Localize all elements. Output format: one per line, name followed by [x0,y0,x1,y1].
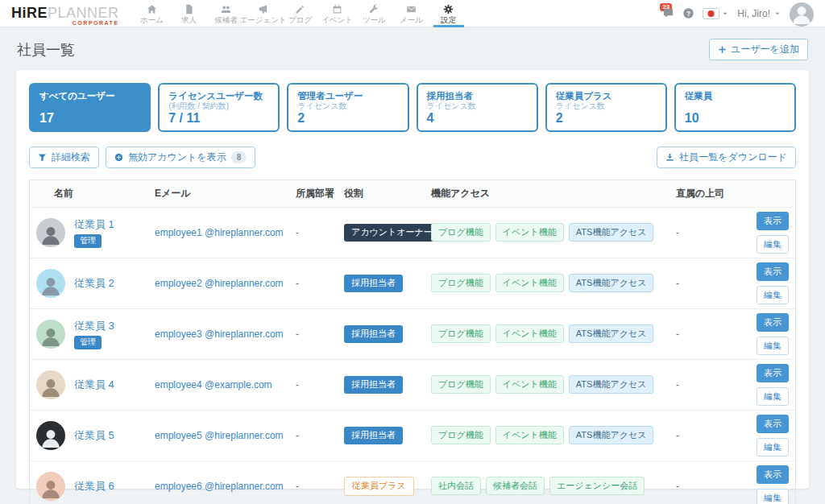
employee-name-link[interactable]: 従業員 4 [74,378,114,390]
view-button[interactable]: 表示 [757,262,789,281]
role-cell: 採用担当者 [336,427,423,444]
download-employee-list-button[interactable]: 社員一覧をダウンロード [657,147,796,168]
add-user-button[interactable]: ユーザーを追加 [709,39,808,60]
help-icon[interactable]: ? [682,7,694,19]
show-disabled-accounts-button[interactable]: 無効アカウントを表示 8 [106,147,255,168]
employee-email-link[interactable]: employee4 @example.com [155,379,272,390]
plus-circle-icon [114,153,123,162]
top-navbar: HiREPLANNER CORPORATE ホーム求人候補者エージェントブログイ… [0,0,825,27]
feature-badge: ATS機能アクセス [569,426,654,444]
role-cell: 採用担当者 [336,376,423,394]
edit-button[interactable]: 編集 [757,387,789,406]
admin-badge: 管理 [74,234,102,248]
wrench-icon [369,4,379,14]
employee-name-link[interactable]: 従業員 2 [74,277,114,289]
feature-badge: ATS機能アクセス [569,274,654,292]
department-cell: - [288,328,336,340]
person-icon [39,375,63,399]
view-button[interactable]: 表示 [757,212,789,230]
employee-email-link[interactable]: employee1 @hireplanner.com [155,227,284,238]
nav-item-events[interactable]: イベント [319,0,356,27]
nav-item-label: ホーム [140,15,164,26]
employee-table: 名前Eメール所属部署役割機能アクセス直属の上司 従業員 1管理employee1… [29,180,796,504]
chevron-down-icon [773,10,781,18]
view-button[interactable]: 表示 [757,313,789,332]
row-actions: 表示編集 [748,313,795,355]
table-row: 従業員 3管理employee3 @hireplanner.com-採用担当者ブ… [30,308,795,359]
employee-name-block: 従業員 1管理 [74,217,114,248]
view-button[interactable]: 表示 [757,415,789,433]
user-avatar[interactable] [790,2,814,27]
funnel-icon [38,153,47,162]
employee-email-link[interactable]: employee5 @hireplanner.com [155,430,284,441]
row-actions: 表示編集 [748,415,795,456]
feature-badge: イベント機能 [495,375,564,394]
stat-card-recruiters[interactable]: 採用担当者ライセンス数4 [417,83,538,132]
nav-item-tools[interactable]: ツール [356,0,393,27]
table-row: 従業員 5employee5 @hireplanner.com-採用担当者ブログ… [30,410,795,461]
stat-card-all-users[interactable]: すべてのユーザー17 [29,83,151,132]
employee-name-link[interactable]: 従業員 1 [74,218,114,230]
employee-name-cell: 従業員 2 [30,269,147,298]
row-actions: 表示編集 [748,212,795,254]
stat-card-license-users[interactable]: ライセンスユーザー数(利用数 / 契約数)7 / 11 [158,83,280,132]
employee-avatar [36,370,65,399]
header-right-cluster: 23 ? Hi, Jiro! [654,0,814,27]
language-selector[interactable] [703,8,729,19]
nav-item-home[interactable]: ホーム [134,0,171,27]
employee-email-link[interactable]: employee2 @hireplanner.com [155,278,284,289]
nav-item-jobs[interactable]: 求人 [171,0,208,27]
user-greeting: Hi, Jiro! [737,8,770,19]
view-button[interactable]: 表示 [757,364,789,382]
stat-card-value: 2 [556,111,657,126]
feature-badge: ATS機能アクセス [569,324,654,343]
edit-button[interactable]: 編集 [757,235,789,254]
brand-name-light: PLANNER [48,5,119,22]
chat-icon[interactable] [662,7,674,19]
stat-card-employees[interactable]: 従業員10 [674,83,796,132]
edit-button[interactable]: 編集 [757,489,789,504]
nav-item-label: エージェント [239,15,286,26]
employee-email-link[interactable]: employee3 @hireplanner.com [155,328,284,340]
employee-name-cell: 従業員 4 [30,370,147,399]
employee-name-link[interactable]: 従業員 5 [74,429,114,441]
role-badge: 従業員プラス [344,477,414,496]
stat-card-value: 2 [297,111,398,126]
column-header-1: Eメール [147,187,288,200]
feature-access-cell: ブログ機能イベント機能ATS機能アクセス [423,223,668,242]
edit-button[interactable]: 編集 [757,286,789,304]
view-button[interactable]: 表示 [757,465,789,484]
nav-item-blog[interactable]: ブログ [282,0,319,27]
employee-name-link[interactable]: 従業員 3 [74,320,114,332]
edit-button[interactable]: 編集 [757,337,789,355]
stat-card-value: 4 [427,111,528,126]
calendar-icon [332,4,342,14]
nav-item-label: イベント [321,15,353,26]
employee-name-link[interactable]: 従業員 6 [74,480,114,492]
disabled-count-badge: 8 [231,151,247,163]
advanced-search-button[interactable]: 詳細検索 [29,147,99,168]
employee-avatar [36,320,65,349]
user-menu[interactable]: Hi, Jiro! [737,8,781,19]
employee-email-cell: employee2 @hireplanner.com [147,278,288,289]
brand-logo[interactable]: HiREPLANNER CORPORATE [11,0,119,27]
employee-name-block: 従業員 6 [74,479,114,494]
feature-badge: 社内会話 [431,477,481,495]
department-cell: - [288,278,336,289]
employee-email-link[interactable]: employee6 @hireplanner.com [155,481,284,492]
feature-badge: イベント機能 [495,426,564,444]
nav-item-settings[interactable]: 設定 [430,0,467,27]
employee-email-cell: employee3 @hireplanner.com [147,328,288,340]
department-cell: - [288,227,336,238]
edit-button[interactable]: 編集 [757,438,789,456]
row-actions: 表示編集 [748,465,795,504]
nav-item-mail[interactable]: メール [393,0,430,27]
stat-card-value: 10 [685,111,786,126]
nav-item-label: ツール [363,15,386,26]
stat-card-employee-plus[interactable]: 従業員プラスライセンス数2 [545,83,667,132]
person-icon [39,324,63,349]
nav-item-agents[interactable]: エージェント [245,0,282,27]
mail-icon [406,4,417,14]
stat-card-admin-users[interactable]: 管理者ユーザーライセンス数2 [287,83,408,132]
feature-badge: 候補者会話 [486,477,545,495]
